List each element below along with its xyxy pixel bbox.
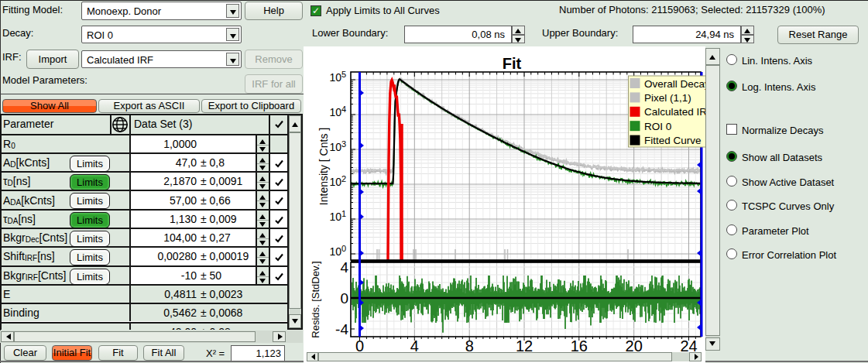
svg-text:Fitted Curve: Fitted Curve [644,135,702,146]
svg-text:Intensity [ Cnts ]: Intensity [ Cnts ] [317,128,330,205]
svg-text:-4: -4 [335,321,348,337]
svg-text:Calculated IRF: Calculated IRF [644,106,705,118]
svg-text:Overall Decay: Overall Decay [644,78,705,90]
svg-text:Resids. [StdDev.]: Resids. [StdDev.] [310,261,321,337]
svg-text:10: 10 [329,245,341,258]
svg-text:10: 10 [329,176,341,188]
svg-text:4: 4 [341,104,346,114]
svg-text:10: 10 [329,141,341,153]
svg-text:10: 10 [329,106,341,118]
svg-text:1: 1 [341,209,346,218]
svg-text:5: 5 [341,70,346,79]
svg-text:3: 3 [341,139,346,149]
svg-text:ROI 0: ROI 0 [644,121,671,132]
svg-text:Fit: Fit [503,55,522,72]
svg-text:10: 10 [329,71,341,84]
svg-text:Pixel (1,1): Pixel (1,1) [644,92,691,104]
svg-text:10: 10 [329,211,341,223]
svg-text:0: 0 [340,290,348,306]
svg-text:4: 4 [340,259,348,276]
svg-text:2: 2 [341,174,346,183]
svg-text:0: 0 [341,244,346,253]
